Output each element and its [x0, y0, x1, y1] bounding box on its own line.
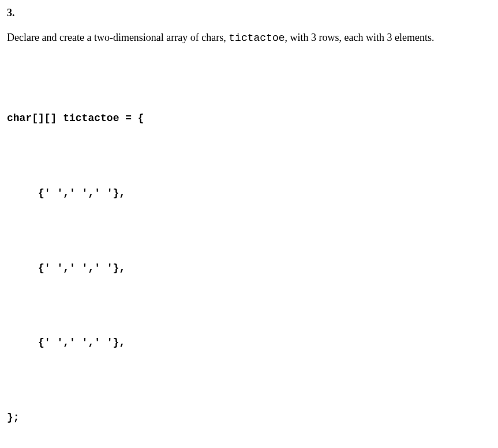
- code-line-1: char[][] tictactoe = {: [7, 106, 477, 131]
- prompt-pre: Declare and create a two-dimensional arr…: [7, 32, 229, 43]
- code-line-5: };: [7, 405, 477, 430]
- code-line-4: {' ',' ',' '},: [7, 330, 477, 355]
- question-number-3: 3.: [7, 7, 477, 19]
- code-line-3: {' ',' ',' '},: [7, 256, 477, 281]
- code-block: char[][] tictactoe = { {' ',' ',' '}, {'…: [7, 57, 477, 448]
- prompt-post: , with 3 rows, each with 3 elements.: [285, 32, 435, 43]
- code-line-2: {' ',' ',' '},: [7, 181, 477, 206]
- prompt-code-tictactoe: tictactoe: [229, 32, 284, 44]
- question-prompt: Declare and create a two-dimensional arr…: [7, 32, 477, 44]
